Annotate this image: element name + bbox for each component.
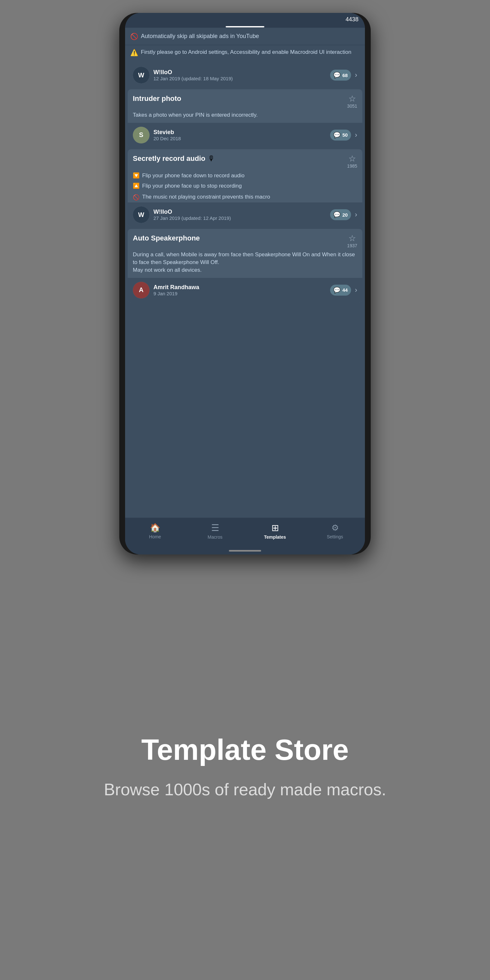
author-info-stevieb: Stevieb 20 Dec 2018 xyxy=(153,129,326,141)
star-icon-speaker: ☆ xyxy=(348,234,356,242)
card-secretly-title: Secretly record audio xyxy=(133,154,205,163)
avatar-wlloo2: W xyxy=(133,206,150,223)
warning-text: Firstly please go to Android settings, A… xyxy=(141,48,352,56)
chevron-icon-wlloo2[interactable]: › xyxy=(355,210,357,219)
comment-icon: 💬 xyxy=(333,72,340,79)
nav-item-macros[interactable]: ☰ Macros xyxy=(185,523,245,539)
footer-right-wlloo2: 💬 20 › xyxy=(330,209,357,220)
card-wlloo-footer: W W!lloO 12 Jan 2019 (updated: 18 May 20… xyxy=(128,63,362,88)
phone-screen: 4438 🚫 Automatically skip all skipable a… xyxy=(125,13,365,554)
comment-count-wlloo: 68 xyxy=(342,73,348,78)
flip-down-text: Flip your phone face down to record audi… xyxy=(142,172,245,180)
warning-banner: ⚠️ Firstly please go to Android settings… xyxy=(125,45,365,61)
card-intruder-footer: S Stevieb 20 Dec 2018 💬 50 › xyxy=(128,123,362,147)
card-wlloo[interactable]: W W!lloO 12 Jan 2019 (updated: 18 May 20… xyxy=(128,63,362,88)
author-date-stevieb: 20 Dec 2018 xyxy=(153,136,326,141)
skip-ads-icon: 🚫 xyxy=(130,33,138,40)
skip-ads-banner: 🚫 Automatically skip all skipable ads in… xyxy=(125,28,365,45)
card-intruder-desc: Takes a photo when your PIN is entered i… xyxy=(128,111,362,123)
card-secretly-header: Secretly record audio 🎙 ☆ 1985 xyxy=(128,149,362,171)
star-block-secretly[interactable]: ☆ 1985 xyxy=(347,154,357,169)
comment-icon-stevieb: 💬 xyxy=(333,132,340,138)
avatar-placeholder-wlloo2: W xyxy=(133,206,150,223)
avatar-stevieb: S xyxy=(133,127,150,143)
card-speaker-footer: A Amrit Randhawa 9 Jan 2019 💬 44 › xyxy=(128,278,362,302)
bottom-handle-line xyxy=(229,550,261,552)
card-intruder-header: Intruder photo ☆ 3051 xyxy=(128,89,362,111)
card-secretly-record[interactable]: Secretly record audio 🎙 ☆ 1985 🔽 Flip yo… xyxy=(128,149,362,227)
star-icon-intruder: ☆ xyxy=(348,94,356,103)
phone-frame: 4438 🚫 Automatically skip all skipable a… xyxy=(119,13,371,554)
comment-count-amrit: 44 xyxy=(342,287,348,293)
flip-down-icon: 🔽 xyxy=(133,172,140,180)
nav-label-templates: Templates xyxy=(264,535,286,539)
flip-up-text: Flip your phone face up to stop recordin… xyxy=(142,182,242,190)
card-auto-speakerphone[interactable]: Auto Speakerphone ☆ 1937 During a call, … xyxy=(128,229,362,302)
comment-count-wlloo2: 20 xyxy=(342,212,348,218)
nav-label-home: Home xyxy=(149,534,161,539)
comment-badge-stevieb[interactable]: 💬 50 xyxy=(330,130,351,140)
list-item-flip-up: 🔼 Flip your phone face up to stop record… xyxy=(128,181,362,191)
warning-icon: ⚠️ xyxy=(130,49,138,56)
author-date-wlloo: 12 Jan 2019 (updated: 18 May 2019) xyxy=(153,76,326,81)
author-name-stevieb: Stevieb xyxy=(153,129,326,136)
mic-icon: 🎙 xyxy=(208,154,215,163)
author-info-amrit: Amrit Randhawa 9 Jan 2019 xyxy=(153,284,326,296)
author-name-wlloo2: W!lloO xyxy=(153,208,326,215)
author-info-wlloo: W!lloO 12 Jan 2019 (updated: 18 May 2019… xyxy=(153,69,326,81)
templates-icon: ⊞ xyxy=(271,523,279,533)
card-intruder-photo[interactable]: Intruder photo ☆ 3051 Takes a photo when… xyxy=(128,89,362,147)
card-secretly-title-row: Secretly record audio 🎙 xyxy=(133,154,215,163)
home-icon: 🏠 xyxy=(150,523,160,533)
chevron-icon-amrit[interactable]: › xyxy=(355,286,357,294)
status-bar: 4438 xyxy=(125,13,365,26)
avatar-placeholder-stevieb: S xyxy=(133,127,150,143)
nav-item-templates[interactable]: ⊞ Templates xyxy=(245,523,305,539)
promo-title: Template Store xyxy=(141,734,349,766)
avatar-placeholder-amrit: A xyxy=(133,282,150,299)
promo-section: Template Store Browse 1000s of ready mad… xyxy=(91,554,399,980)
star-block-intruder[interactable]: ☆ 3051 xyxy=(347,94,357,109)
author-name-amrit: Amrit Randhawa xyxy=(153,284,326,291)
footer-right-wlloo: 💬 68 › xyxy=(330,70,357,81)
card-intruder-title: Intruder photo xyxy=(133,94,347,103)
star-count-intruder: 3051 xyxy=(347,103,357,109)
card-speaker-desc: During a call, when Mobile is away from … xyxy=(128,251,362,278)
nav-label-macros: Macros xyxy=(208,535,223,539)
list-item-flip-down: 🔽 Flip your phone face down to record au… xyxy=(128,171,362,180)
footer-right-stevieb: 💬 50 › xyxy=(330,130,357,140)
macros-icon: ☰ xyxy=(211,523,219,533)
comment-icon-amrit: 💬 xyxy=(333,286,340,294)
constraint-text-content: The music not playing constraint prevent… xyxy=(142,193,270,201)
star-icon-secretly: ☆ xyxy=(348,154,356,163)
chevron-icon-stevieb[interactable]: › xyxy=(355,131,357,139)
author-date-amrit: 9 Jan 2019 xyxy=(153,291,326,296)
card-speaker-title: Auto Speakerphone xyxy=(133,234,347,242)
star-count-secretly: 1985 xyxy=(347,164,357,169)
promo-subtitle: Browse 1000s of ready made macros. xyxy=(104,779,386,801)
star-count-speaker: 1937 xyxy=(347,243,357,248)
card-speaker-header: Auto Speakerphone ☆ 1937 xyxy=(128,229,362,251)
footer-right-amrit: 💬 44 › xyxy=(330,285,357,296)
star-block-speaker[interactable]: ☆ 1937 xyxy=(347,234,357,248)
comment-badge-amrit[interactable]: 💬 44 xyxy=(330,285,351,296)
comment-icon-wlloo2: 💬 xyxy=(333,211,340,218)
author-date-wlloo2: 27 Jan 2019 (updated: 12 Apr 2019) xyxy=(153,215,326,221)
avatar-amrit: A xyxy=(133,282,150,299)
comment-badge-wlloo2[interactable]: 💬 20 xyxy=(330,209,351,220)
author-info-wlloo2: W!lloO 27 Jan 2019 (updated: 12 Apr 2019… xyxy=(153,208,326,221)
chevron-icon-wlloo[interactable]: › xyxy=(355,71,357,79)
bottom-handle xyxy=(125,547,365,554)
card-secretly-footer: W W!lloO 27 Jan 2019 (updated: 12 Apr 20… xyxy=(128,202,362,227)
constraint-text-row: 🚫 The music not playing constraint preve… xyxy=(128,191,362,203)
avatar-wlloo: W xyxy=(133,67,150,83)
nav-item-settings[interactable]: ⚙ Settings xyxy=(305,523,365,539)
constraint-icon: 🚫 xyxy=(133,194,140,202)
top-indicator-line xyxy=(226,26,264,27)
comment-badge-wlloo[interactable]: 💬 68 xyxy=(330,70,351,81)
nav-item-home[interactable]: 🏠 Home xyxy=(125,523,185,539)
comment-count-stevieb: 50 xyxy=(342,132,348,138)
bottom-nav: 🏠 Home ☰ Macros ⊞ Templates ⚙ Settings xyxy=(125,518,365,547)
scroll-area[interactable]: 🚫 Automatically skip all skipable ads in… xyxy=(125,28,365,518)
settings-icon: ⚙ xyxy=(331,523,339,533)
